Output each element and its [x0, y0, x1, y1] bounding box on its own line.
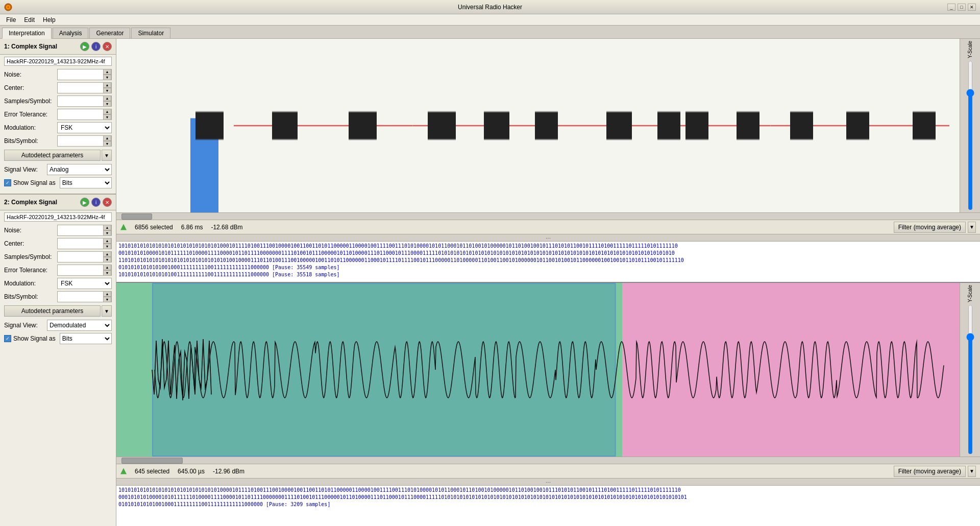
maximize-button[interactable]: □ — [958, 4, 966, 11]
signal2-center-down[interactable]: ▼ — [103, 244, 111, 249]
signal1-error-input[interactable]: 2 ▲ ▼ — [57, 109, 112, 120]
signal1-center-up[interactable]: ▲ — [103, 82, 111, 88]
signal1-samples-field[interactable]: 16 — [58, 98, 103, 105]
signal2-yscale: Y-Scale — [960, 283, 980, 457]
close-button[interactable]: ✕ — [968, 4, 976, 11]
signal1-autodetect-dropdown[interactable]: ▼ — [102, 150, 112, 161]
signal2-bits-label: Bits/Symbol: — [4, 293, 55, 300]
signal1-filter-dropdown[interactable]: ▼ — [968, 222, 976, 233]
menu-edit[interactable]: Edit — [20, 15, 39, 25]
signal2-noise-input[interactable]: 0.0100 ▲ ▼ — [57, 225, 112, 236]
signal2-error-down[interactable]: ▼ — [103, 270, 111, 276]
signal1-autodetect-button[interactable]: Autodetect parameters — [4, 150, 101, 161]
signal1-checkbox[interactable]: ✓ — [4, 179, 11, 186]
signal1-view-label: Signal View: — [4, 166, 45, 173]
signal2-samples-down[interactable]: ▼ — [103, 257, 111, 262]
signal2-center-field[interactable]: -0.1046 — [58, 240, 103, 247]
signal2-filter-button[interactable]: Filter (moving average) — [894, 466, 966, 477]
signal2-autodetect-button[interactable]: Autodetect parameters — [4, 305, 101, 317]
signal1-samples-up[interactable]: ▲ — [103, 95, 111, 101]
signal2-checkbox[interactable]: ✓ — [4, 335, 11, 342]
signal2-show-select[interactable]: Bits Hex — [60, 333, 112, 344]
signal1-header: 1: Complex Signal ▶ i ✕ — [0, 39, 116, 55]
signal2-error-row: Error Tolerance: 1 ▲ ▼ — [0, 264, 116, 277]
signal2-autodetect-dropdown[interactable]: ▼ — [102, 305, 112, 317]
signal1-noise-field[interactable]: 0.0100 — [58, 71, 103, 78]
signal1-close-button[interactable]: ✕ — [103, 42, 112, 51]
signal2-noise-field[interactable]: 0.0100 — [58, 227, 103, 234]
signal1-bits-input[interactable]: 1 ▲ ▼ — [57, 135, 112, 147]
signal1-bits-down[interactable]: ▼ — [103, 141, 111, 147]
signal1-show-label: Show Signal as — [13, 179, 56, 186]
signal2-view-select[interactable]: Analog Demodulated — [47, 320, 112, 331]
minimize-button[interactable]: _ — [947, 4, 955, 11]
signal2-yscale-slider[interactable] — [965, 304, 975, 455]
signal2-samples-up[interactable]: ▲ — [103, 251, 111, 257]
signal1-view-select[interactable]: Analog Demodulated — [47, 164, 112, 175]
signal1-bits-up[interactable]: ▲ — [103, 135, 111, 141]
signal2-samples-input[interactable]: 16 ▲ ▼ — [57, 251, 112, 262]
signal2-info-button[interactable]: i — [91, 198, 101, 207]
signal2-mod-label: Modulation: — [4, 280, 55, 287]
signal2-bits-up[interactable]: ▲ — [103, 291, 111, 297]
signal2-center-up[interactable]: ▲ — [103, 238, 111, 244]
signal2-noise-down[interactable]: ▼ — [103, 230, 111, 236]
signal2-error-field[interactable]: 1 — [58, 267, 103, 274]
signal1-scrollbar[interactable] — [116, 212, 980, 220]
main-layout: 1: Complex Signal ▶ i ✕ HackRF-20220129_… — [0, 39, 980, 526]
menu-file[interactable]: File — [2, 15, 20, 25]
signal1-error-field[interactable]: 2 — [58, 111, 103, 118]
tab-analysis[interactable]: Analysis — [53, 28, 89, 38]
signal1-mod-row: Modulation: FSK ASK PSK — [0, 121, 116, 134]
signal2-noise-label: Noise: — [4, 227, 55, 234]
signal1-noise-input[interactable]: 0.0100 ▲ ▼ — [57, 69, 112, 80]
signal1-play-button[interactable]: ▶ — [80, 42, 89, 51]
menu-bar: File Edit Help — [0, 14, 980, 26]
signal1-noise-up[interactable]: ▲ — [103, 69, 111, 75]
signal1-filter-button[interactable]: Filter (moving average) — [894, 222, 966, 233]
signal2-error-input[interactable]: 1 ▲ ▼ — [57, 265, 112, 276]
tab-generator[interactable]: Generator — [89, 28, 130, 38]
signal1-bits-field[interactable]: 1 — [58, 137, 103, 145]
signal1-view-row: Signal View: Analog Demodulated — [0, 163, 116, 176]
window-controls: _ □ ✕ — [947, 4, 976, 11]
tab-interpretation[interactable]: Interpretation — [2, 28, 52, 39]
signal1-bits-row: Bits/Symbol: 1 ▲ ▼ — [0, 134, 116, 148]
svg-point-2 — [7, 6, 9, 8]
signal1-waveform-container: Y-Scale — [116, 39, 980, 212]
signal2-status-indicator — [120, 468, 127, 474]
signal1-binary-line-4: 0101010101010100100011111111100111111111… — [118, 264, 978, 271]
signal1-show-row: ✓ Show Signal as Bits Hex — [0, 176, 116, 189]
signal1-noise-down[interactable]: ▼ — [103, 75, 111, 80]
signal2-samples-spin: ▲ ▼ — [103, 251, 111, 262]
signal2-bits-down[interactable]: ▼ — [103, 297, 111, 302]
signal2-time: 645.00 µs — [178, 468, 205, 475]
signal1-samples-down[interactable]: ▼ — [103, 101, 111, 107]
menu-help[interactable]: Help — [39, 15, 60, 25]
signal2-samples-row: Samples/Symbol: 16 ▲ ▼ — [0, 250, 116, 264]
signal1-show-select[interactable]: Bits Hex — [60, 177, 112, 188]
signal2-bits-input[interactable]: 1 ▲ ▼ — [57, 291, 112, 302]
signal2-noise-up[interactable]: ▲ — [103, 225, 111, 230]
signal2-bits-field[interactable]: 1 — [58, 293, 103, 300]
signal2-mod-select[interactable]: FSK ASK PSK — [57, 278, 112, 289]
signal1-center-down[interactable]: ▼ — [103, 88, 111, 93]
signal2-close-button[interactable]: ✕ — [103, 198, 112, 207]
signal1-error-up[interactable]: ▲ — [103, 109, 111, 114]
signal2-scroll-thumb[interactable] — [121, 458, 183, 464]
signal2-play-button[interactable]: ▶ — [80, 198, 89, 207]
signal2-scrollbar[interactable] — [116, 457, 980, 464]
signal1-scroll-thumb[interactable] — [121, 213, 152, 220]
signal1-error-down[interactable]: ▼ — [103, 114, 111, 120]
tab-simulator[interactable]: Simulator — [131, 28, 170, 38]
signal1-yscale-slider[interactable] — [965, 60, 975, 210]
signal1-center-input[interactable]: -0.0707 ▲ ▼ — [57, 82, 112, 93]
signal1-center-field[interactable]: -0.0707 — [58, 84, 103, 91]
signal2-filter-dropdown[interactable]: ▼ — [968, 466, 976, 477]
signal1-info-button[interactable]: i — [91, 42, 101, 51]
signal1-mod-select[interactable]: FSK ASK PSK — [57, 122, 112, 133]
signal1-samples-input[interactable]: 16 ▲ ▼ — [57, 95, 112, 107]
signal2-error-up[interactable]: ▲ — [103, 265, 111, 270]
signal2-samples-field[interactable]: 16 — [58, 253, 103, 260]
signal2-center-input[interactable]: -0.1046 ▲ ▼ — [57, 238, 112, 249]
